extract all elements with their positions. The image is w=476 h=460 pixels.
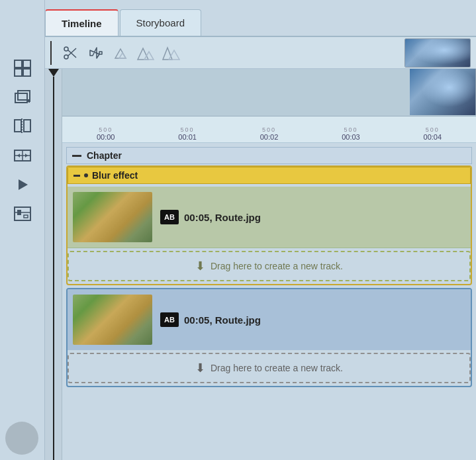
svg-rect-19 — [15, 207, 30, 220]
sidebar — [0, 0, 45, 460]
ruler-tick-3: 500 — [344, 126, 357, 133]
svg-marker-18 — [19, 179, 28, 190]
svg-rect-1 — [23, 60, 30, 68]
svg-marker-27 — [90, 48, 102, 58]
ruler-section-3: 500 00:03 — [310, 126, 391, 141]
drag-zone-2-label: Drag here to create a new track. — [211, 363, 343, 373]
track-1-info: AB 00:05, Route.jpg — [160, 210, 465, 224]
svg-rect-6 — [15, 93, 27, 103]
track-1-label: 00:05, Route.jpg — [184, 212, 261, 223]
play-arrow-icon[interactable] — [11, 173, 34, 197]
ruler-tick-2: 500 — [262, 126, 276, 133]
drag-zone-2[interactable]: ⬇ Drag here to create a new track. — [68, 353, 471, 383]
transition-icon[interactable] — [11, 144, 34, 167]
drag-arrow-2: ⬇ — [195, 361, 205, 375]
scissors-icon[interactable] — [60, 42, 81, 64]
track-1-thumbnail — [73, 192, 152, 242]
ruler: 500 00:00 500 00:01 500 00:02 500 — [62, 116, 476, 143]
ruler-tick-1: 500 — [181, 126, 195, 133]
track-2[interactable]: AB 00:05, Route.jpg — [68, 289, 471, 350]
app-container: Timeline Storyboard — [0, 0, 476, 460]
ruler-section-2: 500 00:02 — [228, 126, 310, 141]
svg-rect-0 — [15, 60, 22, 68]
mountain-small-icon[interactable] — [110, 42, 131, 64]
ruler-section-4: 500 00:04 — [392, 126, 473, 141]
svg-marker-31 — [144, 52, 154, 60]
track-2-thumbnail — [73, 295, 152, 345]
drag-zone-1-label: Drag here to create a new track. — [211, 261, 343, 271]
svg-line-26 — [68, 48, 77, 56]
ruler-tick-4: 500 — [426, 126, 440, 133]
grid-icon[interactable] — [11, 56, 34, 80]
svg-line-25 — [68, 50, 77, 58]
timeline-col: 500 00:00 500 00:01 500 00:02 500 — [62, 69, 476, 460]
track-2-label: 00:05, Route.jpg — [184, 314, 261, 326]
track-2-info: AB 00:05, Route.jpg — [160, 312, 465, 327]
tabs-bar: Timeline Storyboard — [45, 0, 476, 37]
svg-rect-11 — [24, 120, 30, 132]
ab-icon-1: AB — [160, 210, 179, 224]
timeline-area: 500 00:00 500 00:01 500 00:02 500 — [45, 69, 476, 460]
chapter-label: Chapter — [87, 150, 122, 161]
drag-zone-1[interactable]: ⬇ Drag here to create a new track. — [68, 251, 471, 281]
tab-timeline[interactable]: Timeline — [45, 9, 119, 36]
chapter-dash — [72, 155, 81, 157]
playhead-triangle — [48, 69, 59, 77]
svg-marker-16 — [25, 154, 28, 158]
mountain-large-icon[interactable] — [160, 42, 181, 64]
chapter-row[interactable]: Chapter — [66, 147, 472, 164]
svg-rect-10 — [15, 120, 21, 132]
add-layer-icon[interactable] — [11, 85, 34, 109]
ab-icon-2: AB — [160, 312, 179, 327]
split-icon[interactable] — [11, 115, 34, 138]
main-area: Timeline Storyboard — [45, 0, 476, 460]
toolbar — [45, 37, 476, 69]
svg-rect-22 — [24, 215, 28, 218]
blur-row[interactable]: Blur effect — [68, 167, 471, 184]
blur-effect-label: Blur effect — [92, 170, 138, 181]
adjust-icon[interactable] — [11, 202, 34, 226]
drag-arrow-1: ⬇ — [195, 259, 205, 273]
playhead-line-vertical — [53, 77, 54, 460]
svg-rect-7 — [18, 91, 30, 100]
svg-marker-30 — [138, 48, 148, 60]
audio-icon[interactable] — [85, 42, 106, 64]
svg-rect-21 — [17, 210, 21, 215]
blur-effect-section: Blur effect — [66, 165, 472, 285]
svg-marker-17 — [17, 154, 20, 158]
ruler-section-0: 500 00:00 — [65, 126, 146, 141]
ruler-section-1: 500 00:01 — [146, 126, 228, 141]
svg-rect-2 — [15, 69, 22, 76]
preview-strip-thumbnail — [410, 69, 476, 115]
blur-dot — [84, 173, 88, 177]
preview-thumbnail — [405, 38, 471, 68]
svg-marker-32 — [163, 48, 172, 60]
thumbnail-strip — [62, 69, 476, 116]
svg-rect-3 — [23, 69, 30, 76]
ruler-marks: 500 00:00 500 00:01 500 00:02 500 — [62, 126, 476, 141]
tab-storyboard[interactable]: Storyboard — [120, 9, 201, 36]
track-1[interactable]: AB 00:05, Route.jpg — [68, 187, 471, 248]
content-scroll: Chapter Blur effect — [62, 143, 476, 460]
mountain-medium-icon[interactable] — [135, 42, 156, 64]
ruler-tick-0: 500 — [99, 126, 113, 133]
blur-dash — [73, 175, 80, 177]
track-2-section: AB 00:05, Route.jpg ⬇ Drag here to creat… — [66, 288, 472, 387]
left-col — [45, 69, 62, 460]
playhead-bar — [50, 41, 52, 65]
